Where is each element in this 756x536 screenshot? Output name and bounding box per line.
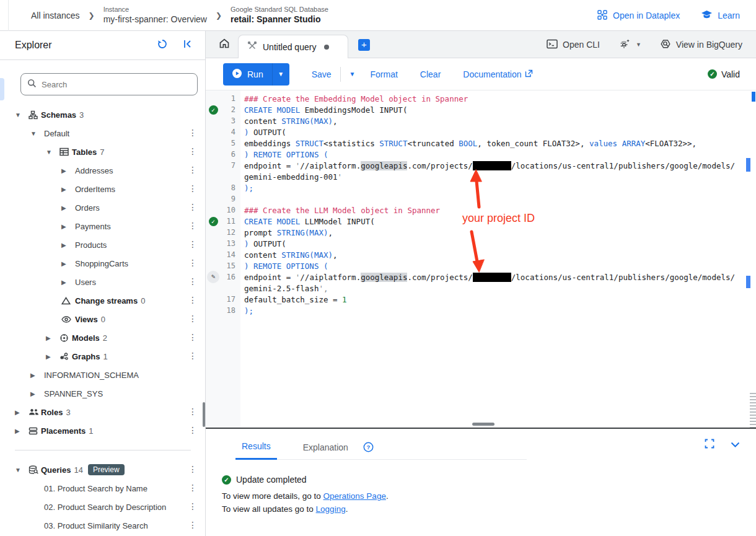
code-line[interactable]: ✓2CREATE MODEL EmbeddingsModel INPUT(: [206, 104, 756, 115]
caret-right-icon[interactable]: ▶: [30, 390, 44, 397]
editor-scrollbar-thumb[interactable]: [752, 92, 755, 102]
code-line[interactable]: gemini-embedding-001': [206, 171, 756, 182]
code-line[interactable]: 9: [206, 193, 756, 204]
code-line[interactable]: 6) REMOTE OPTIONS (: [206, 149, 756, 160]
breadcrumb-instance[interactable]: Instance my-first-spanner: Overview: [103, 6, 207, 25]
tree-item-spanner-sys[interactable]: ▶SPANNER_SYS: [0, 384, 206, 403]
code-line[interactable]: 15) REMOTE OPTIONS (: [206, 260, 756, 271]
caret-right-icon[interactable]: ▶: [15, 428, 29, 434]
caret-down-icon[interactable]: ▼: [15, 112, 29, 118]
caret-right-icon[interactable]: ▶: [61, 223, 75, 230]
sidebar-scrollbar[interactable]: [203, 402, 205, 427]
open-in-dataplex-button[interactable]: Open in Dataplex: [597, 9, 680, 22]
tree-item-views[interactable]: Views0⋮: [0, 310, 206, 328]
code-line[interactable]: 12prompt STRING(MAX),: [206, 227, 756, 238]
tab-explanation[interactable]: Explanation: [297, 435, 354, 460]
run-button[interactable]: Run ▼: [223, 63, 289, 86]
kebab-menu-icon[interactable]: ⋮: [188, 501, 197, 511]
run-options-caret[interactable]: ▼: [272, 63, 289, 86]
caret-right-icon[interactable]: ▶: [61, 279, 75, 286]
code-line[interactable]: ✎16endpoint = '//aiplatform.googleapis.c…: [206, 271, 756, 283]
tree-item-orders[interactable]: ▶Orders⋮: [0, 198, 206, 217]
code-line[interactable]: 8);: [206, 182, 756, 193]
tree-item-orderitems[interactable]: ▶OrderItems⋮: [0, 180, 206, 198]
kebab-menu-icon[interactable]: ⋮: [188, 221, 197, 231]
code-line[interactable]: 1### Create the Embedding Model object i…: [206, 93, 756, 104]
tree-item-tables[interactable]: ▼Tables7⋮: [0, 143, 206, 161]
sql-editor[interactable]: 1### Create the Embedding Model object i…: [206, 90, 756, 428]
learn-button[interactable]: Learn: [701, 10, 740, 22]
caret-right-icon[interactable]: ▶: [61, 204, 75, 211]
kebab-menu-icon[interactable]: ⋮: [188, 351, 197, 361]
caret-right-icon[interactable]: ▶: [61, 260, 75, 267]
new-tab-button[interactable]: +: [358, 39, 370, 51]
tree-item-01-product-search-by-name[interactable]: 01. Product Search by Name⋮: [0, 479, 206, 498]
kebab-menu-icon[interactable]: ⋮: [188, 258, 197, 268]
code-line[interactable]: 17default_batch_size = 1: [206, 294, 756, 305]
tree-item-products[interactable]: ▶Products⋮: [0, 235, 206, 254]
panel-resize-handle[interactable]: [472, 423, 494, 426]
kebab-menu-icon[interactable]: ⋮: [188, 295, 197, 305]
caret-right-icon[interactable]: ▶: [30, 372, 44, 379]
kebab-menu-icon[interactable]: ⋮: [188, 425, 197, 435]
kebab-menu-icon[interactable]: ⋮: [188, 406, 197, 416]
tree-item-users[interactable]: ▶Users⋮: [0, 273, 206, 291]
tree-item-shoppingcarts[interactable]: ▶ShoppingCarts⋮: [0, 254, 206, 273]
help-icon[interactable]: ?: [363, 442, 374, 452]
kebab-menu-icon[interactable]: ⋮: [188, 202, 197, 212]
format-button[interactable]: Format: [371, 69, 398, 79]
tree-item-information-schema[interactable]: ▶INFORMATION_SCHEMA: [0, 366, 206, 384]
collapse-panel-icon[interactable]: [183, 39, 193, 51]
kebab-menu-icon[interactable]: ⋮: [188, 146, 197, 156]
caret-down-icon[interactable]: ▼: [46, 149, 59, 156]
search-box[interactable]: [20, 73, 198, 95]
tree-item-graphs[interactable]: ▶Graphs1⋮: [0, 347, 206, 366]
tab-results[interactable]: Results: [235, 435, 277, 460]
code-line[interactable]: 5embeddings STRUCT<statistics STRUCT<tru…: [206, 138, 756, 149]
search-input[interactable]: [42, 80, 191, 89]
kebab-menu-icon[interactable]: ⋮: [188, 239, 197, 249]
kebab-menu-icon[interactable]: ⋮: [188, 520, 197, 530]
tree-item-queries[interactable]: ▼Queries14Preview⋮: [0, 460, 206, 479]
kebab-menu-icon[interactable]: ⋮: [188, 183, 197, 193]
kebab-menu-icon[interactable]: ⋮: [188, 483, 197, 493]
tree-item-placements[interactable]: ▶Placements1⋮: [0, 421, 206, 440]
code-line[interactable]: 7endpoint = '//aiplatform.googleapis.com…: [206, 160, 756, 171]
caret-right-icon[interactable]: ▶: [46, 335, 59, 341]
code-line[interactable]: 4) OUTPUT(: [206, 126, 756, 138]
kebab-menu-icon[interactable]: ⋮: [188, 332, 197, 342]
home-tab-button[interactable]: [217, 37, 232, 52]
kebab-menu-icon[interactable]: ⋮: [188, 165, 197, 175]
caret-right-icon[interactable]: ▶: [61, 167, 75, 174]
settings-menu-button[interactable]: ▼: [618, 38, 641, 51]
tab-untitled-query[interactable]: Untitled query: [238, 35, 348, 59]
kebab-menu-icon[interactable]: ⋮: [188, 314, 197, 323]
code-line[interactable]: 18);: [206, 305, 756, 316]
caret-right-icon[interactable]: ▶: [61, 242, 75, 248]
save-button[interactable]: Save: [312, 69, 332, 79]
caret-right-icon[interactable]: ▶: [46, 353, 59, 360]
tree-item-change-streams[interactable]: Change streams0⋮: [0, 291, 206, 310]
tree-item-03-product-similarity-search[interactable]: 03. Product Similarity Search⋮: [0, 516, 206, 535]
caret-right-icon[interactable]: ▶: [15, 409, 29, 416]
collapse-panel-chevron-icon[interactable]: [731, 439, 740, 450]
tree-item-roles[interactable]: ▶Roles3⋮: [0, 403, 206, 421]
breadcrumb-all-instances[interactable]: All instances: [31, 11, 80, 20]
tree-item-schemas[interactable]: ▼Schemas3: [0, 105, 206, 124]
clear-button[interactable]: Clear: [420, 69, 441, 79]
open-cli-button[interactable]: Open CLI: [547, 39, 600, 51]
caret-down-icon[interactable]: ▼: [30, 130, 44, 137]
kebab-menu-icon[interactable]: ⋮: [188, 276, 197, 286]
tree-item-payments[interactable]: ▶Payments⋮: [0, 217, 206, 235]
gemini-edit-pencil-icon[interactable]: ✎: [207, 271, 219, 283]
caret-down-icon[interactable]: ▼: [15, 467, 29, 473]
code-line[interactable]: 13) OUTPUT(: [206, 238, 756, 249]
tree-item-addresses[interactable]: ▶Addresses⋮: [0, 161, 206, 180]
view-in-bigquery-button[interactable]: View in BigQuery: [660, 38, 742, 51]
save-options-caret[interactable]: ▼: [349, 71, 356, 77]
tree-item-default[interactable]: ▼Default⋮: [0, 124, 206, 143]
code-line[interactable]: 14content STRING(MAX),: [206, 249, 756, 260]
logging-link[interactable]: Logging: [316, 504, 346, 514]
operations-page-link[interactable]: Operations Page: [323, 491, 386, 501]
fullscreen-icon[interactable]: [705, 439, 714, 451]
